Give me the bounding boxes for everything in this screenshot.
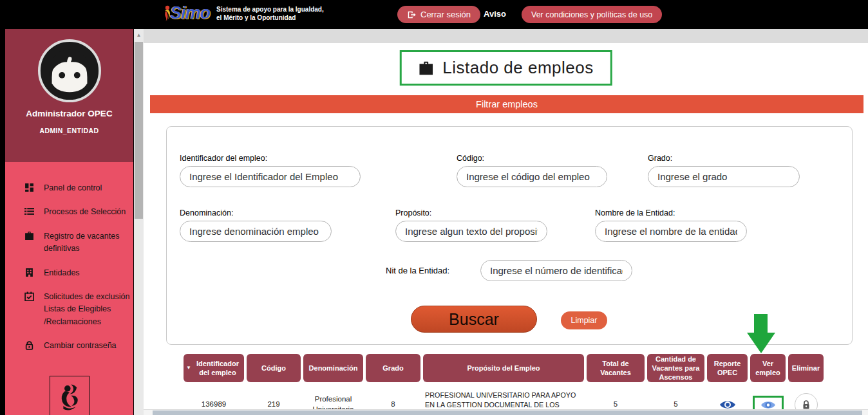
column-header-identificador[interactable]: ▼ Identificador del empleo — [184, 354, 244, 382]
simo-logo-text: Simo — [170, 3, 210, 23]
column-header-codigo[interactable]: Código — [247, 354, 301, 382]
codigo-label: Código: — [457, 154, 484, 163]
eye-icon — [760, 400, 776, 410]
column-header-proposito[interactable]: Propósito del Empleo — [423, 354, 584, 382]
proposito-input[interactable] — [395, 221, 547, 242]
identificador-label: Identificador del empleo: — [180, 154, 267, 163]
filter-panel: Identificador del empleo: Código: Grado:… — [166, 126, 853, 345]
ver-empleo-button[interactable] — [760, 400, 776, 410]
filter-section-header: Filtrar empleos — [150, 95, 863, 113]
column-header-reporte-opec[interactable]: Reporte OPEC — [707, 354, 748, 382]
logout-icon — [407, 10, 416, 19]
scrollbar-up-arrow-icon[interactable]: ▲ — [134, 29, 144, 41]
avatar — [38, 39, 101, 102]
annotation-arrow — [754, 314, 768, 333]
grado-label: Grado: — [648, 154, 672, 163]
user-name: Administrador OPEC — [5, 109, 133, 118]
proposito-label: Propósito: — [395, 208, 431, 217]
simo-tagline: Sistema de apoyo para la Igualdad, el Mé… — [216, 5, 324, 22]
codigo-input[interactable] — [457, 166, 607, 187]
sidebar-item-solicitudes-exclusion[interactable]: Solicitudes de exclusión Listas de Elegi… — [5, 285, 133, 334]
annotation-arrow-head-icon — [747, 333, 775, 353]
content-top-strip — [144, 29, 868, 43]
dashboard-icon — [24, 183, 34, 192]
grado-input[interactable] — [648, 166, 800, 187]
briefcase-icon — [24, 231, 34, 241]
page-title: Listado de empleos — [442, 58, 593, 78]
building-icon — [24, 268, 34, 277]
identificador-input[interactable] — [180, 166, 361, 187]
column-header-denominacion[interactable]: Denominación — [303, 354, 363, 382]
user-profile: Administrador OPEC ADMIN_ENTIDAD — [5, 29, 133, 162]
buscar-button[interactable]: Buscar — [411, 306, 537, 333]
sidebar: Administrador OPEC ADMIN_ENTIDAD Panel d… — [5, 29, 133, 415]
nombre-entidad-input[interactable] — [595, 221, 747, 242]
cnsc-figure-icon — [54, 380, 85, 411]
main-content: Listado de empleos Filtrar empleos Ident… — [144, 29, 868, 415]
empleos-table-header: ▼ Identificador del empleo Código Denomi… — [184, 354, 824, 382]
sidebar-item-procesos-de-seleccion[interactable]: Procesos de Selección — [5, 200, 133, 224]
sidebar-container: Administrador OPEC ADMIN_ENTIDAD Panel d… — [0, 29, 144, 415]
sidebar-item-cambiar-contrasena[interactable]: Cambiar contraseña — [5, 334, 133, 358]
aviso-link[interactable]: Aviso — [484, 9, 506, 19]
column-header-vacantes-ascensos[interactable]: Cantidad de Vacantes para Ascensos — [647, 354, 704, 382]
limpiar-button[interactable]: Limpiar — [561, 311, 607, 329]
calendar-check-icon — [24, 291, 34, 301]
cnsc-branding: CNSC — [5, 376, 133, 415]
denominacion-input[interactable] — [180, 221, 332, 242]
horizontal-scrollbar[interactable] — [144, 409, 868, 415]
nit-entidad-input[interactable] — [480, 260, 632, 281]
top-bar: Simo Sistema de apoyo para la Igualdad, … — [0, 0, 868, 29]
simo-logo: Simo Sistema de apoyo para la Igualdad, … — [163, 3, 324, 23]
sidebar-menu: Panel de control Procesos de Selección R… — [5, 162, 133, 358]
user-role: ADMIN_ENTIDAD — [5, 127, 133, 134]
sidebar-item-registro-de-vacantes[interactable]: Registro de vacantes definitivas — [5, 225, 133, 261]
horizontal-scrollbar-thumb[interactable] — [153, 410, 862, 415]
column-header-eliminar[interactable]: Eliminar — [788, 354, 824, 382]
column-header-ver-empleo[interactable]: Ver empleo — [750, 354, 786, 382]
briefcase-icon — [418, 60, 433, 76]
sidebar-item-panel-de-control[interactable]: Panel de control — [5, 176, 133, 200]
sidebar-scrollbar[interactable]: ▲ — [134, 29, 144, 415]
sort-descending-icon: ▼ — [186, 365, 191, 371]
page-title-annotation-box: Listado de empleos — [399, 50, 612, 86]
sidebar-scrollbar-thumb[interactable] — [135, 42, 143, 219]
conditions-button[interactable]: Ver condiciones y políticas de uso — [522, 6, 662, 23]
lock-icon — [802, 400, 811, 410]
column-header-total-vacantes[interactable]: Total de Vacantes — [587, 354, 645, 382]
list-icon — [24, 207, 34, 216]
denominacion-label: Denominación: — [180, 208, 233, 217]
column-header-grado[interactable]: Grado — [366, 354, 420, 382]
lock-icon — [24, 340, 34, 350]
sidebar-item-entidades[interactable]: Entidades — [5, 261, 133, 285]
nombre-entidad-label: Nombre de la Entidad: — [595, 208, 675, 217]
logout-button[interactable]: Cerrar sesión — [397, 6, 480, 23]
nit-entidad-label: Nit de la Entidad: — [386, 266, 449, 275]
cnsc-logo-box — [50, 376, 90, 415]
